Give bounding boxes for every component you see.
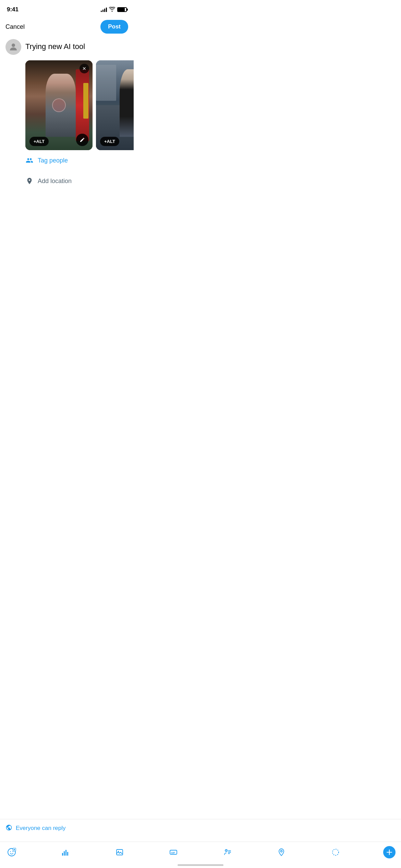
tag-people-icon <box>25 156 34 165</box>
image-card-2: ✕ +ALT <box>96 60 134 150</box>
images-scroll: ✕ +ALT ✕ +ALT <box>25 60 134 150</box>
avatar <box>5 39 21 55</box>
status-icons <box>101 7 127 13</box>
wifi-icon <box>109 7 115 13</box>
avatar-icon <box>8 42 19 52</box>
pencil-icon <box>80 137 85 143</box>
svg-point-0 <box>12 44 15 47</box>
compose-text[interactable]: Trying new AI tool <box>25 39 128 52</box>
add-location-label: Add location <box>38 178 72 185</box>
signal-icon <box>101 7 107 12</box>
image-card-1: ✕ +ALT <box>25 60 93 150</box>
post-button[interactable]: Post <box>100 20 128 34</box>
tag-people-label: Tag people <box>38 157 68 164</box>
compose-area: Trying new AI tool <box>0 38 134 55</box>
status-time: 9:41 <box>7 6 19 13</box>
close-image-1-button[interactable]: ✕ <box>80 64 89 73</box>
status-bar: 9:41 <box>0 0 134 17</box>
cancel-button[interactable]: Cancel <box>5 23 25 31</box>
alt-image-1-button[interactable]: +ALT <box>29 137 49 146</box>
location-icon <box>25 177 34 185</box>
add-location-row[interactable]: Add location <box>0 171 134 191</box>
alt-image-2-button[interactable]: +ALT <box>100 137 119 146</box>
battery-icon <box>117 7 127 12</box>
header: Cancel Post <box>0 17 134 38</box>
tag-people-row[interactable]: Tag people <box>0 150 134 171</box>
img1-circle <box>52 98 66 112</box>
edit-image-1-button[interactable] <box>76 134 88 146</box>
